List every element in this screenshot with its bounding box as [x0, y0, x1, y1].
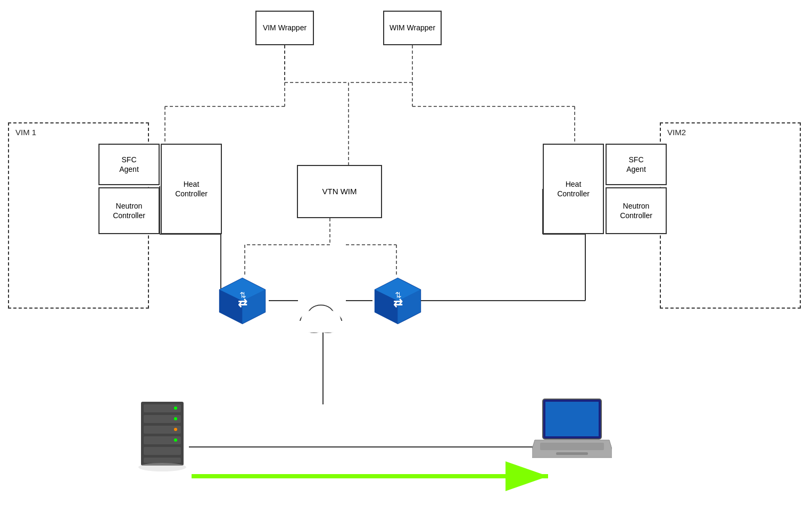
right-sfc-label: SFCAgent: [626, 155, 646, 174]
svg-point-57: [174, 428, 177, 431]
svg-rect-61: [545, 402, 599, 436]
left-neutron-box: NeutronController: [98, 187, 160, 234]
svg-point-59: [138, 463, 186, 471]
right-sfc-agent-box: SFCAgent: [606, 144, 667, 185]
server-icon: [130, 399, 194, 474]
left-neutron-label: NeutronController: [113, 201, 145, 220]
svg-text:⇄: ⇄: [238, 297, 247, 309]
right-neutron-box: NeutronController: [606, 187, 667, 234]
vtn-wim-box: VTN WIM: [297, 165, 382, 218]
svg-text:⇄: ⇄: [393, 297, 403, 309]
wim-wrapper-label: WIM Wrapper: [390, 23, 435, 34]
svg-rect-47: [297, 321, 349, 333]
right-heat-box: HeatController: [543, 144, 604, 234]
right-neutron-label: NeutronController: [620, 201, 652, 220]
svg-point-55: [174, 407, 177, 410]
svg-point-58: [174, 438, 177, 442]
left-heat-box: HeatController: [161, 144, 222, 234]
vim1-label: VIM 1: [15, 128, 36, 137]
vim2-label: VIM2: [667, 128, 686, 137]
right-switch-icon: ⇄ ⇄: [372, 276, 423, 326]
svg-rect-63: [540, 443, 604, 450]
vim-wrapper-box: VIM Wrapper: [255, 11, 314, 45]
svg-rect-62: [556, 452, 588, 455]
svg-point-56: [174, 417, 177, 420]
vtn-wim-label: VTN WIM: [322, 186, 357, 197]
left-heat-label: HeatController: [175, 179, 208, 198]
cloud-icon: [295, 295, 351, 335]
architecture-diagram: VIM Wrapper WIM Wrapper VIM 1 VIM2 SFCAg…: [0, 0, 812, 514]
left-sfc-label: SFCAgent: [119, 155, 139, 174]
left-switch-icon: ⇄ ⇄: [217, 276, 268, 326]
right-heat-label: HeatController: [557, 179, 590, 198]
vim2-region: VIM2: [660, 122, 801, 309]
svg-rect-53: [144, 447, 181, 455]
svg-text:⇄: ⇄: [239, 292, 248, 299]
wim-wrapper-box: WIM Wrapper: [383, 11, 442, 45]
laptop-icon: [532, 396, 612, 466]
svg-rect-54: [144, 458, 181, 463]
vim-wrapper-label: VIM Wrapper: [263, 23, 306, 34]
left-sfc-agent-box: SFCAgent: [98, 144, 160, 185]
svg-text:⇄: ⇄: [394, 292, 403, 299]
